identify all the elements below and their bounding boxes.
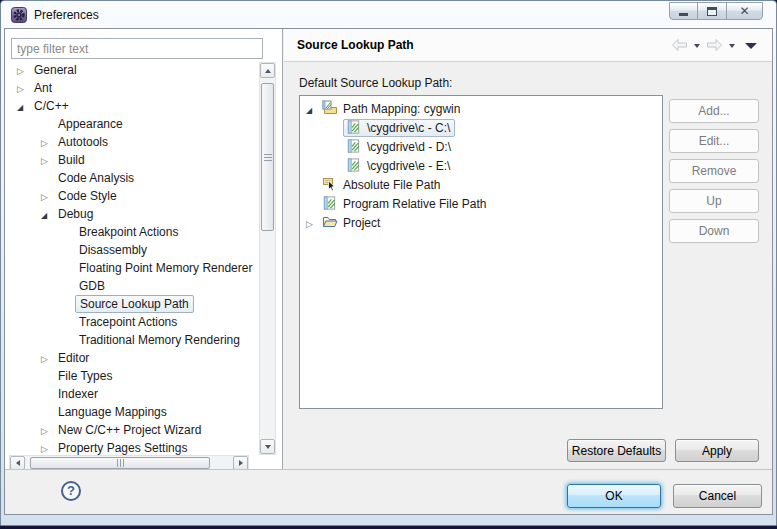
restore-defaults-button[interactable]: Restore Defaults <box>567 439 666 462</box>
arrow-up-icon <box>265 69 271 73</box>
tree-item-content: \cygdrive\c - C:\ <box>343 119 455 137</box>
filter-input[interactable] <box>11 38 263 59</box>
forward-arrow-icon[interactable] <box>706 38 723 52</box>
back-arrow-icon[interactable] <box>671 38 688 52</box>
cancel-button[interactable]: Cancel <box>673 484 762 508</box>
edit-button[interactable]: Edit... <box>669 129 759 153</box>
window-title: Preferences <box>34 8 99 22</box>
sidebar-item-label: Disassembly <box>79 243 147 257</box>
scroll-left-button[interactable] <box>10 456 25 470</box>
sidebar-item[interactable]: ▷General <box>5 61 259 79</box>
tree-collapsed-arrow-icon[interactable]: ▷ <box>41 134 55 152</box>
sidebar-item[interactable]: ▷Editor <box>5 349 259 367</box>
sidebar-item[interactable]: ▷Ant <box>5 79 259 97</box>
sidebar-item[interactable]: ◢Debug <box>5 205 259 223</box>
close-icon: ✕ <box>739 5 749 17</box>
tree-collapsed-arrow-icon[interactable]: ▷ <box>306 215 319 234</box>
sidebar-item[interactable]: GDB <box>5 277 259 295</box>
maximize-icon <box>707 7 717 16</box>
sidebar-item[interactable]: Language Mappings <box>5 403 259 421</box>
sidebar-item-label: Debug <box>58 207 93 221</box>
add-button[interactable]: Add... <box>669 99 759 123</box>
minimize-button[interactable] <box>669 2 698 20</box>
apply-button[interactable]: Apply <box>675 439 759 462</box>
tree-expanded-arrow-icon[interactable]: ◢ <box>41 207 55 225</box>
lookup-tree-item[interactable]: Absolute File Path <box>300 176 662 195</box>
sidebar-item-label: File Types <box>58 369 112 383</box>
maximize-button[interactable] <box>697 2 727 20</box>
sidebar-tree: ▷General▷Ant◢C/C++Appearance▷Autotools▷B… <box>5 61 259 455</box>
view-menu-icon[interactable] <box>745 43 757 49</box>
remove-button[interactable]: Remove <box>669 159 759 183</box>
down-button[interactable]: Down <box>669 219 759 243</box>
scroll-right-button[interactable] <box>233 456 248 470</box>
minimize-icon <box>679 13 688 16</box>
bottom-bar: ? OK Cancel <box>5 469 772 514</box>
page-header: Source Lookup Path <box>284 29 772 62</box>
lookup-tree-item[interactable]: ▷Project <box>300 214 662 233</box>
sidebar-item-label: Autotools <box>58 135 108 149</box>
back-history-dropdown-icon[interactable] <box>694 44 700 48</box>
titlebar[interactable]: Preferences ✕ <box>1 1 776 28</box>
scroll-up-button[interactable] <box>260 63 275 78</box>
side-button-column: Add...Edit...RemoveUpDown <box>669 99 759 249</box>
tree-item-label: \cygdrive\d - D:\ <box>367 140 451 154</box>
tree-collapsed-arrow-icon[interactable]: ▷ <box>41 440 55 455</box>
sidebar-item[interactable]: Code Analysis <box>5 169 259 187</box>
history-navigation <box>671 38 757 52</box>
sidebar-item[interactable]: Breakpoint Actions <box>5 223 259 241</box>
lookup-tree-item[interactable]: \cygdrive\e - E:\ <box>300 157 662 176</box>
forward-history-dropdown-icon[interactable] <box>729 44 735 48</box>
tree-collapsed-arrow-icon[interactable]: ▷ <box>41 422 55 440</box>
ok-button[interactable]: OK <box>567 484 661 508</box>
sidebar-item-label: Property Pages Settings <box>58 441 187 455</box>
scroll-down-button[interactable] <box>260 439 275 454</box>
window-controls: ✕ <box>670 2 763 20</box>
sidebar-item[interactable]: ▷New C/C++ Project Wizard <box>5 421 259 439</box>
tree-expanded-arrow-icon[interactable]: ◢ <box>17 99 31 117</box>
arrow-right-icon <box>239 460 243 466</box>
left-pane: ▷General▷Ant◢C/C++Appearance▷Autotools▷B… <box>5 29 283 471</box>
sidebar-item[interactable]: Appearance <box>5 115 259 133</box>
sidebar-item[interactable]: ◢C/C++ <box>5 97 259 115</box>
tree-item-content: Path Mapping: cygwin <box>319 100 465 118</box>
arrow-left-icon <box>16 460 20 466</box>
tree-collapsed-arrow-icon[interactable]: ▷ <box>17 62 31 80</box>
tree-collapsed-arrow-icon[interactable]: ▷ <box>41 188 55 206</box>
mapping-icon <box>346 157 362 173</box>
sidebar-item[interactable]: ▷Autotools <box>5 133 259 151</box>
sidebar-item[interactable]: Source Lookup Path <box>5 295 259 313</box>
mapping-icon <box>322 195 338 211</box>
tree-collapsed-arrow-icon[interactable]: ▷ <box>41 152 55 170</box>
project-folder-icon <box>322 214 338 230</box>
tree-collapsed-arrow-icon[interactable]: ▷ <box>41 350 55 368</box>
sidebar-item[interactable]: Indexer <box>5 385 259 403</box>
tree-item-label: Project <box>343 216 380 230</box>
up-button[interactable]: Up <box>669 189 759 213</box>
sidebar-item[interactable]: Floating Point Memory Renderer <box>5 259 259 277</box>
sidebar-item[interactable]: ▷Property Pages Settings <box>5 439 259 455</box>
sidebar-item[interactable]: File Types <box>5 367 259 385</box>
section-label: Default Source Lookup Path: <box>299 76 452 90</box>
lookup-tree-item[interactable]: ◢Path Mapping: cygwin <box>300 100 662 119</box>
dialog-body: ▷General▷Ant◢C/C++Appearance▷Autotools▷B… <box>4 28 773 515</box>
tree-item-content: \cygdrive\d - D:\ <box>343 138 456 156</box>
vertical-scroll-thumb[interactable] <box>261 83 274 231</box>
tree-expanded-arrow-icon[interactable]: ◢ <box>306 101 319 120</box>
lookup-tree-item[interactable]: Program Relative File Path <box>300 195 662 214</box>
sidebar-item[interactable]: Disassembly <box>5 241 259 259</box>
close-button[interactable]: ✕ <box>726 2 763 20</box>
help-button[interactable]: ? <box>61 481 81 501</box>
window-frame: Preferences ✕ ▷General▷Ant◢C/C++Appearan… <box>0 0 777 526</box>
sidebar-item[interactable]: Tracepoint Actions <box>5 313 259 331</box>
sidebar-item[interactable]: ▷Build <box>5 151 259 169</box>
lookup-tree-item[interactable]: \cygdrive\d - D:\ <box>300 138 662 157</box>
sidebar-item[interactable]: Traditional Memory Rendering <box>5 331 259 349</box>
sidebar-item[interactable]: ▷Code Style <box>5 187 259 205</box>
lookup-tree-item[interactable]: \cygdrive\c - C:\ <box>300 119 662 138</box>
sidebar-vertical-scrollbar[interactable] <box>259 62 276 455</box>
sidebar-item-label: GDB <box>79 279 105 293</box>
horizontal-scroll-thumb[interactable] <box>30 457 210 469</box>
lookup-tree: ◢Path Mapping: cygwin\cygdrive\c - C:\\c… <box>299 95 663 409</box>
tree-collapsed-arrow-icon[interactable]: ▷ <box>17 80 31 98</box>
